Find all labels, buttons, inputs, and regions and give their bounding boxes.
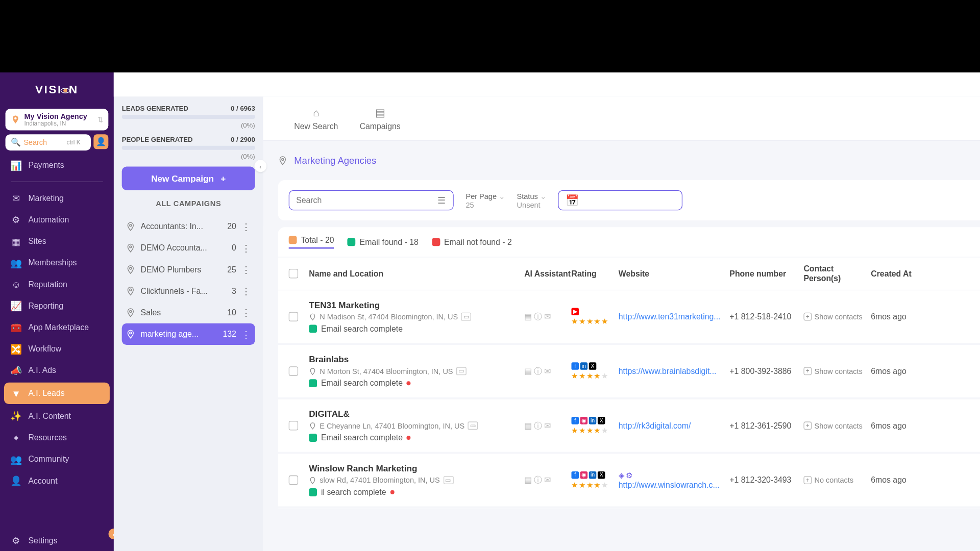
campaign-menu[interactable]: ⋮ bbox=[241, 243, 251, 254]
lead-status: il search complete bbox=[309, 488, 524, 497]
logo: VISIN bbox=[0, 72, 114, 105]
pin-icon bbox=[126, 330, 135, 339]
website-link[interactable]: http://rk3digital.com/ bbox=[619, 421, 730, 430]
row-checkbox[interactable] bbox=[289, 475, 298, 485]
main: ⌂New Search ▤Campaigns 👁 Bridget Bartlet… bbox=[263, 96, 980, 551]
created-at: 6mos ago bbox=[871, 312, 924, 321]
row-checkbox[interactable] bbox=[289, 312, 298, 321]
col-phone: Phone number bbox=[729, 269, 803, 278]
filter-icon[interactable]: ☰ bbox=[437, 195, 446, 206]
li-icon[interactable]: in bbox=[589, 416, 597, 424]
nav-resources[interactable]: ✦Resources bbox=[0, 427, 114, 448]
stat-email-found[interactable]: Email found - 18 bbox=[348, 237, 419, 246]
row-checkbox[interactable] bbox=[289, 366, 298, 375]
nav-aicontent[interactable]: ✨A.I. Content bbox=[0, 406, 114, 427]
table-search[interactable]: ☰ bbox=[289, 190, 454, 211]
li-icon[interactable]: in bbox=[580, 362, 588, 370]
nav-aileads[interactable]: ▼A.I. Leads bbox=[4, 383, 110, 404]
nav-reputation[interactable]: ☺Reputation bbox=[0, 273, 114, 295]
website-link[interactable]: http://www.ten31marketing... bbox=[619, 312, 730, 321]
card-icon[interactable]: ▭ bbox=[443, 476, 453, 484]
user-chip[interactable]: 👤 bbox=[93, 134, 108, 149]
campaign-name: DEMO Plumbers bbox=[141, 265, 222, 274]
nav-sites[interactable]: ▦Sites bbox=[0, 231, 114, 252]
fb-icon[interactable]: f bbox=[571, 416, 579, 424]
ai-icons[interactable]: ▤ ⓘ ✉ bbox=[524, 365, 571, 377]
show-contacts[interactable]: +No contacts bbox=[803, 476, 871, 484]
x-icon[interactable]: X bbox=[598, 471, 605, 479]
nav-marketplace[interactable]: 🧰App Marketplace bbox=[0, 317, 114, 338]
fb-icon[interactable]: f bbox=[571, 362, 579, 370]
campaign-item[interactable]: DEMO Plumbers25⋮ bbox=[122, 259, 255, 280]
status-filter[interactable]: Status ⌄ Unsent bbox=[517, 192, 546, 209]
nav-settings[interactable]: ⚙Settings bbox=[0, 530, 114, 551]
reputation-icon: ☺ bbox=[11, 279, 21, 290]
campaign-item[interactable]: DEMO Accounta...0⋮ bbox=[122, 237, 255, 259]
nav-marketing[interactable]: ✉Marketing bbox=[0, 187, 114, 209]
pin-icon bbox=[309, 422, 316, 430]
ig-icon[interactable]: ◉ bbox=[580, 471, 588, 479]
nav-aiads[interactable]: 📣A.I. Ads bbox=[0, 360, 114, 381]
nav-automation[interactable]: ⚙Automation bbox=[0, 209, 114, 231]
li-icon[interactable]: in bbox=[589, 471, 597, 479]
campaigns-icon: ▤ bbox=[375, 106, 385, 119]
col-rating: Rating bbox=[571, 269, 618, 278]
campaign-item[interactable]: marketing age...132⋮ bbox=[122, 323, 255, 345]
nav-account[interactable]: 👤Account bbox=[0, 470, 114, 491]
stat-total[interactable]: Total - 20 bbox=[289, 235, 334, 248]
table-row: DIGITAL& E Cheyanne Ln, 47401 Bloomingto… bbox=[278, 399, 980, 454]
card-icon[interactable]: ▭ bbox=[468, 421, 478, 430]
new-campaign-button[interactable]: New Campaign+ bbox=[122, 167, 255, 190]
campaign-menu[interactable]: ⋮ bbox=[241, 221, 251, 232]
yt-icon[interactable]: ▶ bbox=[571, 308, 579, 315]
perpage-filter[interactable]: Per Page ⌄ 25 bbox=[465, 192, 504, 209]
show-contacts[interactable]: +Show contacts bbox=[803, 367, 871, 375]
ai-icons[interactable]: ▤ ⓘ ✉ bbox=[524, 474, 571, 486]
fb-icon[interactable]: f bbox=[571, 471, 579, 479]
table-search-input[interactable] bbox=[296, 195, 437, 205]
nav-memberships[interactable]: 👥Memberships bbox=[0, 252, 114, 273]
search-shortcut: ctrl K bbox=[67, 139, 81, 146]
x-icon[interactable]: X bbox=[589, 362, 597, 370]
show-contacts[interactable]: +Show contacts bbox=[803, 313, 871, 321]
search-input[interactable] bbox=[23, 138, 64, 146]
row-checkbox[interactable] bbox=[289, 421, 298, 430]
phone-number: +1 800-392-3886 bbox=[729, 366, 803, 375]
automation-icon: ⚙ bbox=[11, 214, 21, 225]
ai-icons[interactable]: ▤ ⓘ ✉ bbox=[524, 420, 571, 431]
website-link[interactable]: https://www.brainlabsdigit... bbox=[619, 366, 730, 375]
show-contacts[interactable]: +Show contacts bbox=[803, 421, 871, 430]
phone-number: +1 812-320-3493 bbox=[729, 475, 803, 485]
nav-workflow[interactable]: 🔀Workflow bbox=[0, 338, 114, 360]
campaign-item[interactable]: Clickfunnels - Fa...3⋮ bbox=[122, 280, 255, 302]
campaign-menu[interactable]: ⋮ bbox=[241, 307, 251, 318]
marketplace-icon: 🧰 bbox=[11, 322, 21, 333]
leads-bar bbox=[122, 115, 255, 119]
ig-icon[interactable]: ◉ bbox=[580, 416, 588, 424]
sites-icon: ▦ bbox=[11, 236, 21, 246]
nav-payments[interactable]: 📊Payments bbox=[0, 155, 114, 176]
panel-collapse[interactable]: ‹ bbox=[254, 160, 266, 172]
x-icon[interactable]: X bbox=[598, 416, 605, 424]
website-link[interactable]: http://www.winslowranch.c... bbox=[619, 480, 730, 489]
campaign-item[interactable]: Accountants: In...20⋮ bbox=[122, 216, 255, 237]
stat-email-not-found[interactable]: Email not found - 2 bbox=[432, 237, 512, 246]
card-icon[interactable]: ▭ bbox=[456, 367, 467, 375]
date-filter[interactable]: 📅 bbox=[558, 190, 682, 211]
tab-new-search[interactable]: ⌂New Search bbox=[283, 104, 349, 133]
ai-icons[interactable]: ▤ ⓘ ✉ bbox=[524, 311, 571, 322]
nav-community[interactable]: 👥Community bbox=[0, 448, 114, 470]
campaign-item[interactable]: Sales10⋮ bbox=[122, 302, 255, 323]
campaign-name: Sales bbox=[141, 308, 222, 317]
pin-icon bbox=[126, 243, 135, 253]
agency-selector[interactable]: My Vision Agency Indianapolis, IN ⇅ bbox=[6, 109, 109, 130]
global-search[interactable]: 🔍 ctrl K bbox=[6, 134, 91, 151]
campaign-menu[interactable]: ⋮ bbox=[241, 329, 251, 339]
tab-campaigns[interactable]: ▤Campaigns bbox=[349, 104, 411, 134]
select-all-checkbox[interactable] bbox=[289, 269, 298, 278]
card-icon[interactable]: ▭ bbox=[461, 313, 472, 321]
campaign-menu[interactable]: ⋮ bbox=[241, 264, 251, 275]
settings-icon: ⚙ bbox=[11, 535, 21, 546]
nav-reporting[interactable]: 📈Reporting bbox=[0, 295, 114, 316]
campaign-menu[interactable]: ⋮ bbox=[241, 286, 251, 296]
